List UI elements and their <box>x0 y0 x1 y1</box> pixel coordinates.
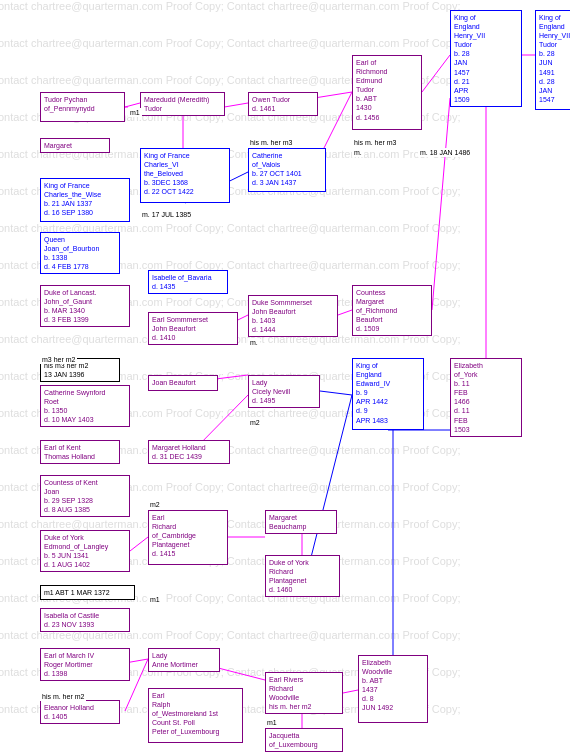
person-box-lady_anne_mortimer: Lady Anne Mortimer <box>148 648 220 672</box>
person-box-earl_kent_thomas_holland: Earl of Kent Thomas Holland <box>40 440 120 464</box>
connector-m1_france: m. 17 JUL 1385 <box>140 210 193 219</box>
person-box-countess_margaret_richmond: Countess Margaret of_Richmond Beaufort d… <box>352 285 432 336</box>
person-box-earl_ralph_westmoreland: Earl Ralph of_Westmoreland 1st Count St.… <box>148 688 243 743</box>
svg-line-0 <box>125 103 140 107</box>
person-box-eleanor_holland: Eleanor Holland d. 1405 <box>40 700 120 724</box>
person-box-isabelle_bavaria: Isabelle of_Bavaria d. 1435 <box>148 270 228 294</box>
person-box-owen_tudor: Owen Tudor d. 1461 <box>248 92 318 116</box>
person-box-duke_lancaster_gaunt: Duke of Lancast. John_of_Gaunt b. MAR 13… <box>40 285 130 327</box>
person-box-m1_abt_1mar: m1 ABT 1 MAR 1372 <box>40 585 135 600</box>
svg-line-9 <box>432 98 450 310</box>
person-box-king_england_henry8: King of England Henry_VIII Tudor b. 28 J… <box>535 10 570 110</box>
svg-line-13 <box>320 391 352 395</box>
person-box-catherine_valois: Catherine of_Valois b. 27 OCT 1401 d. 3 … <box>248 148 326 192</box>
person-box-king_france_wise: King of France Charles_the_Wise b. 21 JA… <box>40 178 130 222</box>
person-box-earl_richard_cambridge: Earl Richard of_Cambridge Plantagenet d.… <box>148 510 228 565</box>
svg-line-18 <box>343 690 358 693</box>
person-box-king_france_charles_vi: King of France Charles_VI the_Beloved b.… <box>140 148 230 203</box>
svg-line-22 <box>130 537 148 551</box>
connector-m_18jan: m. 18 JAN 1486 <box>418 148 472 157</box>
connector-m1_tudor: m1 <box>128 108 142 117</box>
person-box-maredudd: Maredudd (Meredith) Tudor <box>140 92 225 116</box>
person-box-jacquetta_luxembourg: Jacquetta of_Luxembourg <box>265 728 343 752</box>
connector-m_margaret: m. <box>352 148 364 157</box>
person-box-margaret1: Margaret <box>40 138 110 153</box>
person-box-duke_york_richard: Duke of York Richard Plantagenet d. 1460 <box>265 555 340 597</box>
person-box-duke_somerset_beaufort: Duke Sommmerset John Beaufort b. 1403 d.… <box>248 295 338 337</box>
connector-m2_cicely: m2 <box>248 418 262 427</box>
connector-m_somerset: m. <box>248 338 260 347</box>
connector-m2_earl: m2 <box>148 500 162 509</box>
person-box-catherine_swynford: Catherine Swynford Roet b. 1350 d. 10 MA… <box>40 385 130 427</box>
person-box-joan_beaufort: Joan Beaufort <box>148 375 218 391</box>
person-box-earl_march_iv: Earl of March IV Roger Mortimer d. 1398 <box>40 648 130 681</box>
connector-his_m_her_m3: his m. her m3 <box>352 138 398 147</box>
person-box-margaret_beauchamp: Margaret Beauchamp <box>265 510 337 534</box>
person-box-queen_joan_bourbon: Queen Joan_of_Bourbon b. 1338 d. 4 FEB 1… <box>40 232 120 274</box>
genealogy-container: Tudor Pychan of_PennmynyddMargaretMaredu… <box>0 0 570 754</box>
connector-m1_earl2: m1 <box>148 595 162 604</box>
connector-his_m_her_m2_2: his m. her m2 <box>40 692 86 701</box>
person-box-earl_rivers_woodville: Earl Rivers Richard Woodville his m. her… <box>265 672 343 714</box>
person-box-earl_somerset_beaufort: Earl Sommmerset John Beaufort d. 1410 <box>148 312 238 345</box>
person-box-isabella_castile: Isabella of Castile d. 23 NOV 1393 <box>40 608 130 632</box>
connector-m3_her_m2: m3 her m2 <box>40 355 77 364</box>
svg-line-10 <box>338 310 352 315</box>
connector-m1_jac: m1 <box>265 718 279 727</box>
person-box-elizabeth_york: Elizabeth of_York b. 11 FEB 1466 d. 11 F… <box>450 358 522 437</box>
person-box-elizabeth_woodville: Elizabeth Woodville b. ABT 1437 d. 8 JUN… <box>358 655 428 723</box>
person-box-earl_richmond_tudor: Earl of Richmond Edmund Tudor b. ABT 143… <box>352 55 422 130</box>
person-box-king_england_henry7: King of England Henry_VII Tudor b. 28 JA… <box>450 10 522 107</box>
person-box-margaret_holland: Margaret Holland d. 31 DEC 1439 <box>148 440 230 464</box>
person-box-tudor_pychan: Tudor Pychan of_Pennmynydd <box>40 92 125 122</box>
connector-his_m_her_m2_owen: his m. her m3 <box>248 138 294 147</box>
svg-line-4 <box>422 55 450 92</box>
person-box-duke_york_edmund: Duke of York Edmond_of_Langley b. 5 JUN … <box>40 530 130 572</box>
person-box-king_england_edward4: King of England Edward_IV b. 9 APR 1442 … <box>352 358 424 430</box>
person-box-countess_kent_joan: Countess of Kent Joan b. 29 SEP 1328 d. … <box>40 475 130 517</box>
person-box-lady_cicely_nevill: Lady Cicely Nevill d. 1495 <box>248 375 320 408</box>
